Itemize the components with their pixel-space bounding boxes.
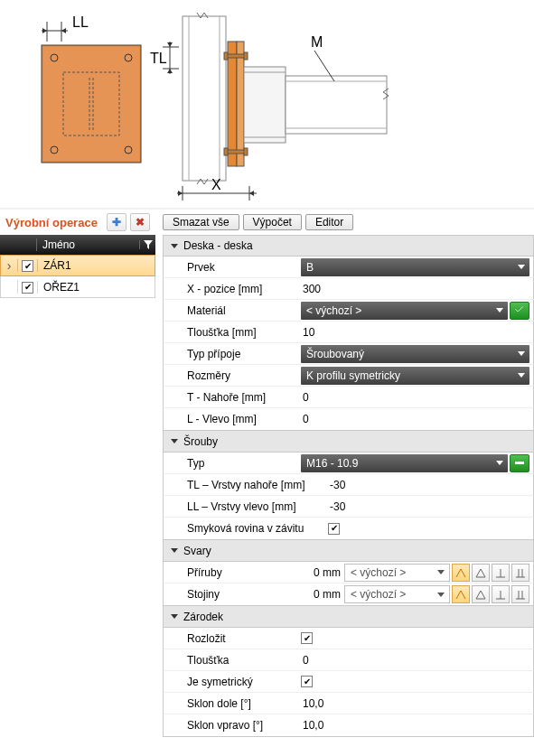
ll-vrstvy-label: LL – Vrstvy vlevo [mm] [187, 500, 328, 513]
prvek-label: Prvek [187, 261, 301, 274]
rozlozit-checkbox[interactable]: ✔ [301, 632, 313, 644]
weld-icon [495, 567, 506, 578]
cross-icon: ✖ [136, 216, 145, 229]
svg-rect-27 [226, 150, 246, 154]
ll-vrstvy-value[interactable]: -30 [328, 500, 529, 513]
svg-rect-28 [224, 148, 228, 155]
svg-marker-41 [249, 191, 254, 196]
sklon-dole-value[interactable]: 10,0 [301, 697, 529, 710]
tl-vrstvy-value[interactable]: -30 [328, 479, 529, 491]
symetricky-checkbox[interactable]: ✔ [301, 676, 313, 687]
calculate-button[interactable]: Výpočet [243, 214, 302, 230]
add-button[interactable]: ✚ [107, 213, 126, 231]
group-header-svary[interactable]: Svary [163, 540, 534, 562]
chevron-down-icon [496, 461, 503, 465]
weld-type-3-button[interactable] [492, 564, 510, 582]
stojiny-combo[interactable]: < výchozí > [344, 585, 450, 603]
editor-button[interactable]: Editor [305, 214, 353, 230]
zarodek-tloustka-value[interactable]: 0 [301, 654, 529, 667]
select-icon [514, 458, 525, 469]
operations-toolbar: Výrobní operace ✚ ✖ Smazat vše Výpočet E… [0, 210, 534, 235]
thickness-value[interactable]: 10 [301, 326, 529, 339]
l-vlevo-value[interactable]: 0 [301, 413, 529, 425]
material-label: Materiál [187, 304, 301, 317]
delete-all-button[interactable]: Smazat vše [163, 214, 239, 230]
row-name: ZÁR1 [37, 259, 155, 272]
srouby-pick-button[interactable] [510, 454, 529, 472]
chevron-down-icon [171, 614, 178, 619]
typ-pripoje-combo[interactable]: Šroubovaný [301, 345, 529, 363]
weld-icon [495, 589, 506, 600]
sklon-vpravo-label: Sklon vpravo [°] [187, 719, 301, 732]
weld-type-3-button[interactable] [492, 585, 510, 603]
chevron-down-icon [171, 548, 178, 553]
srouby-typ-combo[interactable]: M16 - 10.9 [301, 454, 508, 472]
svg-marker-21 [167, 69, 173, 73]
priruby-combo[interactable]: < výchozí > [344, 564, 450, 582]
group-header-zarodek[interactable]: Zárodek [163, 606, 534, 628]
delete-button[interactable]: ✖ [130, 213, 150, 231]
material-pick-button[interactable] [510, 302, 529, 320]
svg-marker-40 [178, 191, 183, 196]
weld-type-1-button[interactable] [452, 564, 470, 582]
chevron-down-icon [496, 308, 503, 313]
zarodek-tloustka-label: Tloušťka [187, 654, 301, 667]
filter-button[interactable] [139, 240, 155, 249]
row-checkbox[interactable]: ✔ [22, 260, 33, 272]
table-row[interactable]: › ✔ ZÁR1 [0, 255, 155, 276]
typ-pripoje-label: Typ přípoje [187, 348, 301, 360]
group-header-deska[interactable]: Deska - deska [163, 235, 534, 257]
priruby-value[interactable]: 0 mm [301, 566, 344, 579]
group-header-srouby[interactable]: Šrouby [163, 431, 534, 453]
sklon-vpravo-value[interactable]: 10,0 [301, 719, 529, 732]
weld-icon [455, 589, 466, 600]
svg-rect-29 [244, 148, 248, 155]
svg-rect-22 [228, 42, 237, 166]
svg-rect-33 [286, 76, 387, 134]
weld-icon [455, 567, 466, 578]
srouby-typ-label: Typ [187, 457, 301, 470]
chevron-down-icon [437, 570, 445, 574]
symetricky-label: Je symetrický [187, 676, 301, 688]
weld-type-1-button[interactable] [452, 585, 470, 603]
svg-rect-26 [244, 52, 248, 60]
priruby-label: Příruby [187, 566, 301, 579]
chevron-down-icon [518, 351, 525, 356]
svg-rect-24 [226, 54, 246, 58]
table-row[interactable]: ✔ OŘEZ1 [0, 276, 155, 298]
chevron-down-icon [171, 439, 178, 443]
ll-label: LL [72, 14, 89, 30]
stojiny-value[interactable]: 0 mm [301, 588, 344, 601]
xpos-value[interactable]: 300 [301, 283, 529, 295]
svg-rect-30 [244, 67, 286, 143]
weld-type-2-button[interactable] [472, 585, 490, 603]
col-name-header[interactable]: Jméno [36, 238, 139, 251]
l-vlevo-label: L - Vlevo [mm] [187, 413, 301, 425]
row-indicator-icon: › [1, 258, 17, 273]
t-nahore-value[interactable]: 0 [301, 391, 529, 404]
svg-rect-25 [224, 52, 228, 60]
chevron-down-icon [171, 244, 178, 248]
weld-type-4-button[interactable] [511, 564, 529, 582]
weld-icon [475, 567, 486, 578]
material-combo[interactable]: < výchozí > [301, 302, 508, 320]
m-label: M [311, 34, 323, 50]
chevron-down-icon [518, 265, 525, 269]
svg-rect-42 [515, 462, 524, 464]
filter-icon [144, 240, 153, 249]
tl-label: TL [150, 51, 167, 66]
connection-diagram: LL TL M X [0, 0, 534, 208]
tl-vrstvy-label: TL – Vrstvy nahoře [mm] [187, 479, 328, 491]
row-checkbox[interactable]: ✔ [22, 282, 33, 294]
svg-marker-13 [61, 28, 66, 33]
rozmery-combo[interactable]: K profilu symetricky [301, 367, 529, 385]
x-label: X [211, 177, 221, 192]
toolbar-title: Výrobní operace [5, 216, 98, 229]
weld-type-2-button[interactable] [472, 564, 490, 582]
weld-icon [515, 567, 526, 578]
prvek-combo[interactable]: B [301, 258, 529, 276]
weld-type-4-button[interactable] [511, 585, 529, 603]
select-icon [514, 305, 525, 316]
xpos-label: X - pozice [mm] [187, 283, 301, 295]
smyk-checkbox[interactable]: ✔ [328, 523, 340, 535]
